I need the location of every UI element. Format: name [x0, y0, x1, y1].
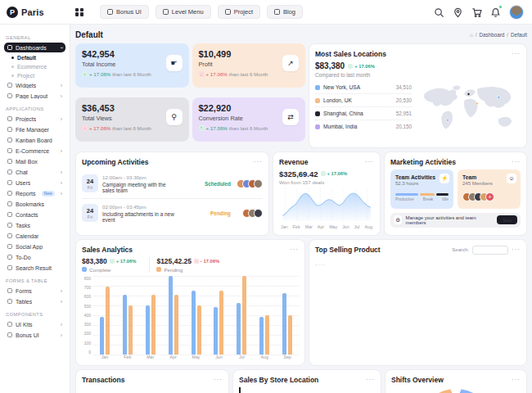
transactions-card: Transactions ··· — [75, 369, 229, 393]
notifications-bell-icon[interactable] — [490, 7, 501, 17]
tables-icon — [7, 299, 12, 304]
sidebar-item-bookmarks[interactable]: Bookmarks — [4, 199, 65, 209]
date-tile: 24Fri — [82, 174, 98, 192]
sidebar-item-users[interactable]: Users› — [4, 178, 65, 187]
sidebar-item-kanban-board[interactable]: Kanban Board — [4, 135, 65, 145]
sidebar-item-bonus-ui[interactable]: Bonus UI› — [4, 330, 65, 340]
bar-pending[interactable] — [106, 287, 110, 355]
location-pin-icon[interactable] — [453, 7, 463, 17]
sidebar-item-mail-box[interactable]: Mail Box — [4, 156, 65, 166]
sidebar-item-contacts[interactable]: Contacts — [4, 210, 65, 219]
products-table — [315, 258, 521, 265]
bar-pending[interactable] — [219, 291, 223, 355]
chevron-right-icon: › — [61, 180, 62, 186]
home-icon[interactable]: ⌂ — [470, 32, 473, 38]
y-tick: 700 — [82, 285, 91, 290]
cart-icon[interactable] — [471, 7, 482, 17]
card-title: Transactions — [82, 376, 124, 384]
sidebar-item-calendar[interactable]: Calendar — [4, 231, 65, 241]
search-label: Search: — [452, 247, 469, 252]
card-menu-icon[interactable]: ··· — [290, 246, 299, 253]
sidebar-item-e-commerce[interactable]: E-Commerce› — [4, 146, 65, 156]
product-search-input[interactable] — [472, 246, 508, 255]
bar-complete[interactable] — [100, 317, 104, 355]
search-icon[interactable] — [434, 7, 444, 17]
location-row-shanghai-china[interactable]: Shanghai, China52,951 — [315, 107, 412, 120]
nav-button-bonus-ui[interactable]: Bonus UI — [100, 5, 149, 19]
nav-button-blog[interactable]: Blog — [267, 5, 303, 19]
card-menu-icon[interactable]: ··· — [366, 377, 375, 383]
bar-complete[interactable] — [146, 305, 150, 355]
delta-percent: + 17.06% — [89, 125, 110, 131]
bar-pending[interactable] — [288, 315, 292, 355]
apps-grid-icon[interactable] — [75, 8, 83, 16]
bar-complete[interactable] — [192, 291, 196, 355]
sidebar-item-reports[interactable]: ReportsNew› — [4, 188, 65, 198]
card-menu-icon[interactable]: ··· — [512, 159, 521, 165]
stat-card-profit[interactable]: $10,499Profit↓+ 17.06% than last 6 Month… — [192, 43, 306, 88]
sidebar-item-label: Page Layout — [16, 93, 47, 99]
sidebar-item-search-result[interactable]: Search Result — [4, 263, 65, 273]
bar-complete[interactable] — [169, 276, 173, 355]
sidebar-item-label: Dashboards — [16, 45, 47, 51]
bar-complete[interactable] — [123, 295, 127, 355]
sidebar-item-file-manager[interactable]: File Manager — [4, 124, 65, 134]
user-avatar[interactable] — [509, 5, 524, 20]
bar-pending[interactable] — [265, 315, 269, 355]
dashboards-icon — [7, 45, 12, 50]
sidebar-item-label: Social App — [16, 244, 43, 250]
stat-card-conversion-rate[interactable]: $22,920Conversion Rate↑+ 17.06% than las… — [192, 97, 306, 142]
bar-complete[interactable] — [259, 317, 264, 355]
card-menu-icon[interactable]: ··· — [214, 377, 223, 383]
bar-pending[interactable] — [242, 276, 246, 355]
sidebar-subitem-default[interactable]: Default — [4, 53, 65, 62]
sidebar-subitem-project[interactable]: Project — [4, 71, 65, 80]
segment-break — [420, 193, 435, 196]
date-day: 24 — [87, 178, 93, 185]
stat-card-total-income[interactable]: $42,954Total Income↑+ 17.06% than last 6… — [75, 43, 189, 88]
sidebar-item-chat[interactable]: Chat› — [4, 167, 65, 177]
sidebar-item-widgets[interactable]: Widgets› — [4, 80, 65, 90]
breadcrumb-default[interactable]: Default — [511, 32, 527, 38]
nav-button-project[interactable]: Project — [218, 5, 260, 19]
stat-card-total-views[interactable]: $36,453Total Views↓+ 17.06% than last 6 … — [75, 97, 189, 142]
bar-complete[interactable] — [282, 293, 286, 354]
card-menu-icon[interactable]: ··· — [512, 51, 521, 57]
sidebar-item-social-app[interactable]: Social App — [4, 242, 65, 251]
add-member-button[interactable]: + — [485, 192, 494, 201]
bar-pending[interactable] — [174, 295, 178, 355]
card-menu-icon[interactable]: ··· — [512, 377, 521, 383]
sidebar-item-forms[interactable]: Forms› — [4, 286, 65, 296]
sidebar-item-tasks[interactable]: Tasks — [4, 220, 65, 230]
sidebar-item-to-do[interactable]: To-Do — [4, 252, 65, 262]
bar-pending[interactable] — [197, 305, 201, 355]
segment-label: Idle — [442, 197, 449, 201]
location-row-london-uk[interactable]: London, UK20,530 — [315, 94, 412, 107]
sidebar-item-tables[interactable]: Tables› — [4, 296, 65, 306]
location-row-mumbai-india[interactable]: Mumbai, India20,150 — [315, 120, 412, 133]
bar-complete[interactable] — [214, 307, 218, 355]
sidebar-item-dashboards[interactable]: Dashboards› — [4, 43, 65, 52]
card-menu-icon[interactable]: ··· — [512, 246, 521, 253]
sidebar-item-page-layout[interactable]: Page Layout› — [4, 91, 65, 101]
bar-complete[interactable] — [237, 303, 241, 354]
sidebar-subitem-ecommerce[interactable]: Ecommerce — [4, 62, 65, 71]
sidebar-item-projects[interactable]: Projects› — [4, 114, 65, 124]
breadcrumb-dashboard[interactable]: Dashboard — [479, 32, 504, 38]
activity-item[interactable]: 24Fri12:00am - 03:30pmCampaign meeting w… — [82, 169, 263, 198]
sidebar-item-ui-kits[interactable]: UI Kits› — [4, 319, 65, 329]
location-row-new-york-usa[interactable]: New York, USA34,510 — [315, 81, 412, 94]
bar-pending[interactable] — [151, 295, 156, 355]
activity-icon: ⚡ — [440, 174, 449, 183]
bullet-icon — [11, 56, 14, 59]
select-all-checkbox[interactable] — [315, 258, 325, 265]
contacts-icon — [7, 212, 12, 217]
brand[interactable]: P Paris — [0, 7, 70, 18]
activity-item[interactable]: 24Fri02:00pm - 03:45pmIncluding attachme… — [82, 198, 263, 228]
see-button[interactable]: See — [497, 215, 517, 224]
bar-pending[interactable] — [128, 305, 133, 355]
card-menu-icon[interactable]: ··· — [254, 159, 263, 165]
nav-button-level-menu[interactable]: Level Menu — [156, 5, 211, 19]
level-menu-icon — [163, 9, 169, 15]
card-menu-icon[interactable]: ··· — [365, 159, 374, 165]
